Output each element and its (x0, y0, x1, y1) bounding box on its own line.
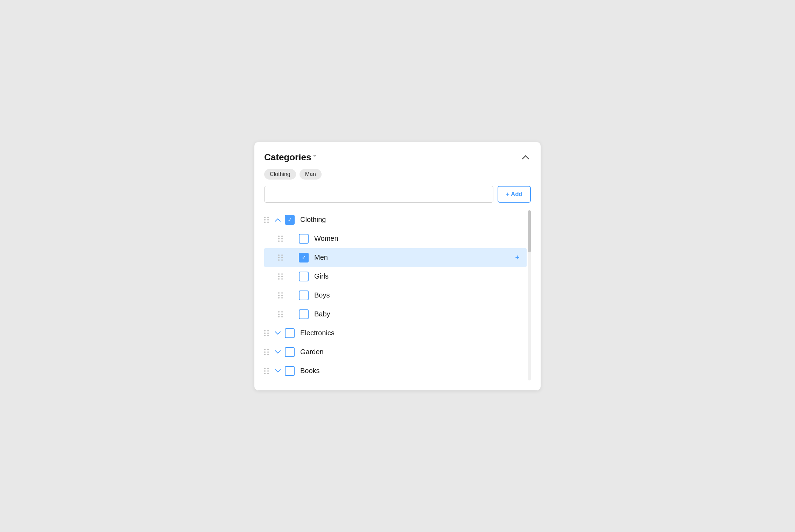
drag-dot (264, 370, 266, 372)
category-label-boys: Boys (314, 291, 527, 299)
drag-dot (278, 295, 280, 296)
tag-clothing[interactable]: Clothing (264, 169, 296, 180)
drag-dot (267, 335, 269, 336)
category-label-clothing: Clothing (300, 216, 527, 224)
add-men-button[interactable]: + (512, 253, 522, 262)
toggle-electronics[interactable] (273, 328, 283, 338)
drag-dot (281, 314, 283, 315)
add-button-label: + Add (506, 191, 522, 198)
panel-header: Categories * (264, 152, 531, 163)
drag-dot (278, 278, 280, 280)
drag-handle-baby[interactable] (278, 311, 283, 317)
drag-dot (264, 330, 266, 331)
checkbox-men[interactable]: ✓ (299, 253, 309, 262)
drag-dot (281, 292, 283, 294)
subcategory-item-girls: Girls (264, 267, 531, 286)
checkbox-baby[interactable] (299, 309, 309, 319)
drag-dot (267, 354, 269, 355)
toggle-garden[interactable] (273, 347, 283, 357)
toggle-books[interactable] (273, 366, 283, 376)
subcategory-item-women: Women (264, 229, 531, 248)
category-label-men: Men (314, 253, 512, 261)
drag-dot (278, 257, 280, 258)
drag-dot (264, 354, 266, 355)
checkbox-girls[interactable] (299, 272, 309, 281)
drag-handle-garden[interactable] (264, 349, 269, 355)
drag-dot (281, 295, 283, 296)
checkbox-garden[interactable] (285, 347, 295, 357)
chevron-up-icon (275, 218, 281, 222)
checkmark-icon: ✓ (302, 255, 306, 260)
category-label-women: Women (314, 234, 527, 243)
checkbox-boys[interactable] (299, 290, 309, 300)
subcategory-item-baby: Baby (264, 305, 531, 324)
drag-dot (267, 349, 269, 350)
category-label-girls: Girls (314, 272, 527, 280)
drag-dot (278, 314, 280, 315)
drag-dot (281, 238, 283, 239)
drag-dot (278, 297, 280, 299)
required-marker: * (313, 154, 316, 161)
drag-dot (267, 219, 269, 220)
chevron-down-icon (275, 350, 281, 354)
subcategory-item-men: ✓ Men + (264, 248, 527, 267)
drag-handle-electronics[interactable] (264, 330, 269, 336)
categories-panel: Categories * Clothing Man + Add (254, 142, 541, 391)
drag-dot (267, 217, 269, 218)
category-label-baby: Baby (314, 310, 527, 318)
search-input[interactable] (264, 186, 493, 203)
drag-handle-books[interactable] (264, 368, 269, 374)
drag-dot (264, 332, 266, 334)
drag-dot (281, 254, 283, 256)
checkbox-women[interactable] (299, 234, 309, 244)
drag-dot (281, 278, 283, 280)
category-item-garden: Garden (264, 343, 531, 362)
drag-dot (281, 240, 283, 242)
drag-dot (281, 311, 283, 313)
drag-dot (264, 368, 266, 369)
checkbox-books[interactable] (285, 366, 295, 376)
drag-handle-clothing[interactable] (264, 217, 269, 223)
drag-handle-boys[interactable] (278, 292, 283, 299)
tag-man[interactable]: Man (300, 169, 322, 180)
drag-dot (281, 276, 283, 277)
checkbox-electronics[interactable] (285, 328, 295, 338)
categories-list: ✓ Clothing Women (264, 210, 531, 380)
drag-dot (264, 349, 266, 350)
drag-dot (267, 332, 269, 334)
add-button[interactable]: + Add (498, 186, 531, 203)
chevron-up-icon (522, 155, 529, 160)
chevron-down-icon (275, 331, 281, 335)
drag-dot (267, 373, 269, 374)
drag-dot (278, 259, 280, 261)
drag-dot (264, 335, 266, 336)
toggle-clothing[interactable] (273, 215, 283, 225)
drag-dot (267, 222, 269, 223)
search-row: + Add (264, 186, 531, 203)
drag-dot (281, 259, 283, 261)
drag-dot (264, 222, 266, 223)
drag-dot (264, 219, 266, 220)
category-item-clothing: ✓ Clothing (264, 210, 531, 229)
panel-title: Categories * (264, 152, 316, 163)
checkbox-clothing[interactable]: ✓ (285, 215, 295, 225)
scrollbar-track (528, 210, 531, 380)
drag-dot (278, 238, 280, 239)
category-item-books: Books (264, 362, 531, 380)
subcategory-item-boys: Boys (264, 286, 531, 305)
category-item-electronics: Electronics (264, 324, 531, 343)
drag-dot (267, 370, 269, 372)
chevron-down-icon (275, 369, 281, 373)
drag-handle-women[interactable] (278, 236, 283, 242)
drag-dot (281, 257, 283, 258)
drag-dot (264, 351, 266, 353)
drag-dot (281, 273, 283, 275)
collapse-button[interactable] (520, 153, 531, 161)
drag-handle-girls[interactable] (278, 273, 283, 280)
drag-handle-men[interactable] (278, 254, 283, 261)
scrollbar-thumb[interactable] (528, 210, 531, 252)
drag-dot (264, 217, 266, 218)
checkmark-icon: ✓ (288, 217, 292, 223)
drag-dot (278, 311, 280, 313)
tags-row: Clothing Man (264, 169, 531, 180)
